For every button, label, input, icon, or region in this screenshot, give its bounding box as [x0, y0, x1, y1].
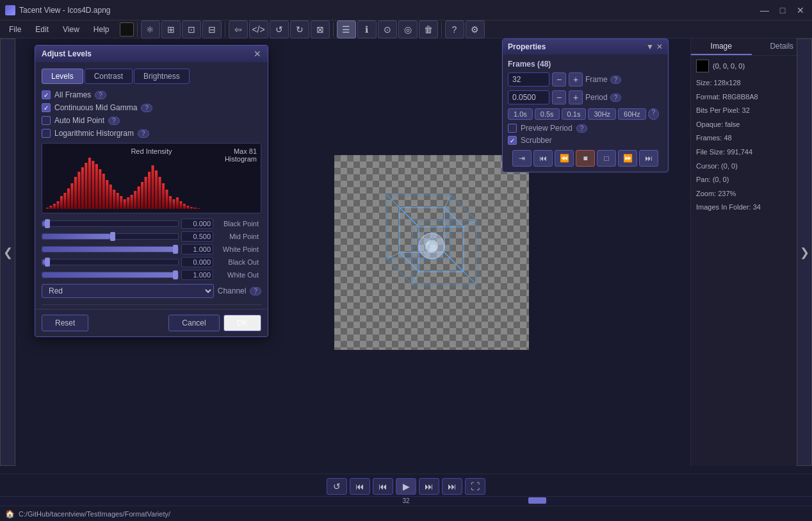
toolbar-separator-2: [225, 22, 225, 37]
cb-preview-period-label: Preview Period: [521, 124, 572, 133]
tab-brightness[interactable]: Brightness: [134, 69, 190, 84]
pb-go-start[interactable]: ⏮: [350, 478, 370, 495]
slider-thumb-mid-point[interactable]: [110, 232, 115, 241]
progress-bar-container[interactable]: 32: [0, 496, 812, 505]
color-swatch[interactable]: [120, 22, 134, 37]
info-bpp: Bits Per Pixel: 32: [691, 104, 812, 118]
properties-menu-button[interactable]: ▼: [646, 42, 654, 51]
pb-go-end[interactable]: ⏭: [442, 478, 462, 495]
time-btn-1s[interactable]: 1.0s: [508, 108, 533, 120]
trans-go-start[interactable]: ⇥: [512, 150, 532, 167]
time-btn-05s[interactable]: 0.5s: [535, 108, 560, 120]
cb-scrubber[interactable]: [508, 136, 517, 145]
menu-help[interactable]: Help: [87, 24, 116, 35]
slider-track-white-out[interactable]: [42, 272, 179, 278]
menubar: File Edit View Help ⚛ ⊞ ⊡ ⊟ ⇦ </> ↺ ↻ ⊠ …: [0, 21, 812, 38]
dialog-close-button[interactable]: ✕: [254, 49, 261, 58]
cb-preview-period-help[interactable]: ?: [576, 124, 588, 133]
cb-logarithmic-historgram[interactable]: [42, 129, 51, 138]
svg-rect-21: [120, 196, 122, 209]
toolbar-btn-crop[interactable]: ⊠: [311, 21, 330, 38]
maximize-button[interactable]: □: [776, 4, 789, 17]
menu-file[interactable]: File: [3, 24, 28, 35]
tab-contrast[interactable]: Contrast: [85, 69, 133, 84]
frame-help[interactable]: ?: [610, 76, 622, 84]
minimize-button[interactable]: —: [758, 4, 771, 17]
toolbar-btn-redo[interactable]: ↻: [290, 21, 309, 38]
pb-fullscreen[interactable]: ⛶: [465, 478, 485, 495]
channel-help[interactable]: ?: [250, 287, 261, 295]
time-btn-30hz[interactable]: 30Hz: [588, 108, 616, 120]
toolbar-btn-help[interactable]: ?: [445, 21, 464, 38]
pb-play[interactable]: ▶: [396, 478, 416, 495]
pb-next[interactable]: ⏭: [419, 478, 439, 495]
slider-track-mid-point[interactable]: [42, 233, 179, 240]
frame-input[interactable]: [508, 72, 549, 87]
cancel-button[interactable]: Cancel: [168, 315, 219, 331]
pb-prev[interactable]: ⏮: [373, 478, 393, 495]
close-button[interactable]: ✕: [794, 4, 807, 17]
cb-logarithmic-historgram-help[interactable]: ?: [138, 129, 149, 138]
info-pan: Pan: (0, 0): [691, 173, 812, 187]
toolbar-btn-delete[interactable]: 🗑: [419, 21, 438, 38]
time-buttons-row: 1.0s 0.5s 0.1s 30Hz 60Hz ?: [508, 108, 663, 120]
period-help[interactable]: ?: [610, 94, 622, 102]
toolbar-btn-filter[interactable]: ☰: [337, 21, 356, 38]
trans-pause[interactable]: □: [597, 150, 616, 167]
toolbar-btn-atom[interactable]: ⚛: [141, 21, 160, 38]
slider-thumb-black-point[interactable]: [45, 219, 50, 228]
svg-rect-38: [179, 201, 182, 209]
info-tab-image[interactable]: Image: [691, 38, 752, 55]
channel-select[interactable]: Red Green Blue Alpha All: [42, 284, 214, 298]
toolbar-btn-info[interactable]: ℹ: [357, 21, 377, 38]
period-plus-button[interactable]: +: [569, 90, 583, 104]
slider-track-black-point[interactable]: [42, 220, 179, 227]
slider-thumb-black-out[interactable]: [45, 258, 50, 267]
cb-continuous-mid-gamma[interactable]: [42, 103, 51, 112]
period-input[interactable]: [508, 90, 549, 104]
cb-all-frames-help[interactable]: ?: [95, 91, 106, 99]
time-help[interactable]: ?: [648, 108, 660, 120]
prev-image-button[interactable]: ❮: [0, 38, 15, 466]
menu-edit[interactable]: Edit: [29, 24, 55, 35]
progress-thumb[interactable]: [528, 497, 546, 504]
slider-thumb-white-point[interactable]: [173, 245, 178, 254]
toolbar-btn-grid1[interactable]: ⊞: [161, 21, 181, 38]
slider-track-black-out[interactable]: [42, 259, 179, 265]
toolbar-btn-back[interactable]: ⇦: [229, 21, 248, 38]
time-btn-60hz[interactable]: 60Hz: [618, 108, 646, 120]
toolbar-btn-grid3[interactable]: ⊟: [202, 21, 222, 38]
cb-continuous-mid-gamma-help[interactable]: ?: [141, 104, 152, 112]
trans-go-end[interactable]: ⏭: [639, 150, 658, 167]
cb-all-frames[interactable]: [42, 90, 51, 99]
toolbar-btn-grid2[interactable]: ⊡: [182, 21, 201, 38]
time-btn-01s[interactable]: 0.1s: [562, 108, 587, 120]
slider-track-white-point[interactable]: [42, 246, 179, 252]
cb-preview-period[interactable]: [508, 124, 517, 133]
period-minus-button[interactable]: −: [552, 90, 566, 104]
properties-close-button[interactable]: ✕: [656, 42, 663, 51]
dialog-titlebar[interactable]: Adjust Levels ✕: [35, 45, 268, 62]
pb-reset[interactable]: ↺: [327, 478, 347, 495]
next-image-button[interactable]: ❯: [797, 38, 812, 466]
trans-prev-end[interactable]: ⏮: [533, 150, 553, 167]
toolbar-btn-code[interactable]: </>: [249, 21, 268, 38]
cb-auto-mid-point-help[interactable]: ?: [108, 117, 120, 125]
reset-button[interactable]: Reset: [42, 315, 88, 331]
toolbar-btn-settings[interactable]: ⚙: [466, 21, 485, 38]
toolbar-btn-layers[interactable]: ⊙: [378, 21, 397, 38]
frame-minus-button[interactable]: −: [552, 72, 566, 87]
toolbar-btn-undo[interactable]: ↺: [270, 21, 289, 38]
cb-auto-mid-point[interactable]: [42, 116, 51, 125]
menu-view[interactable]: View: [56, 24, 86, 35]
trans-stop[interactable]: ■: [576, 150, 595, 167]
svg-rect-24: [131, 195, 133, 209]
dialog-footer-left: Reset: [42, 315, 88, 331]
ok-button[interactable]: OK: [223, 315, 261, 331]
tab-levels[interactable]: Levels: [42, 69, 83, 84]
trans-prev[interactable]: ⏪: [555, 150, 574, 167]
toolbar-btn-circle[interactable]: ◎: [398, 21, 418, 38]
frame-plus-button[interactable]: +: [569, 72, 583, 87]
trans-next[interactable]: ⏩: [618, 150, 637, 167]
slider-thumb-white-out[interactable]: [173, 270, 178, 279]
